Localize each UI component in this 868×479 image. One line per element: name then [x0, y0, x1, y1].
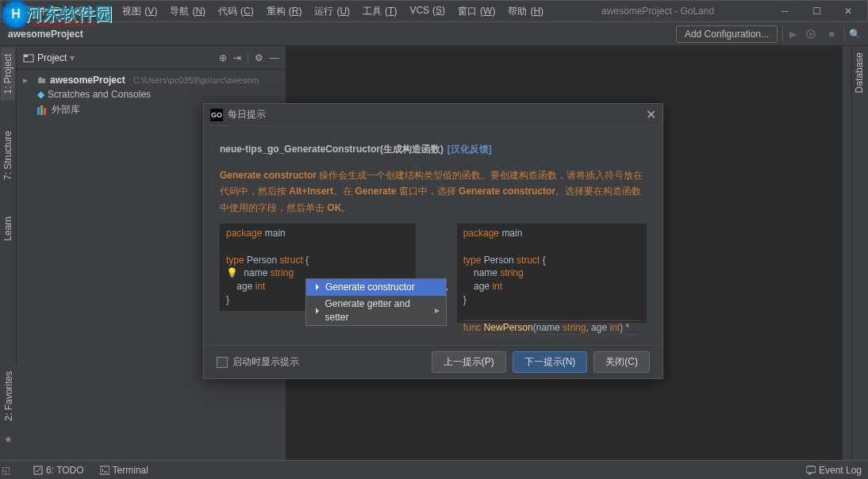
checkbox-box [217, 357, 228, 368]
code-after: package main type Person struct { name s… [457, 224, 647, 323]
watermark-domain: www.pc0359.cn [33, 19, 94, 29]
tab-project[interactable]: 1: Project [1, 48, 15, 101]
menu-code[interactable]: 代码(C) [212, 5, 257, 18]
folder-icon: 🖿 [37, 75, 47, 86]
checklist-icon [33, 466, 43, 475]
add-configuration-button[interactable]: Add Configuration... [676, 25, 778, 43]
menu-help[interactable]: 帮助(H) [501, 5, 547, 18]
menu-generate-getset[interactable]: Generate getter and setter ▸ [306, 296, 446, 326]
prev-tip-button[interactable]: 上一提示(P) [432, 351, 506, 373]
scratches-icon: ◆ [37, 89, 44, 100]
tree-root[interactable]: ▸ 🖿 awesomeProject C:\Users\pc0359\go\sr… [17, 73, 286, 87]
svg-rect-5 [40, 105, 43, 115]
todo-button[interactable]: 6: TODO [33, 465, 84, 476]
debug-icon[interactable] [803, 26, 819, 42]
svg-rect-6 [44, 108, 46, 115]
watermark: H 河东软件园 www.pc0359.cn [2, 0, 113, 29]
tab-structure[interactable]: 7: Structure [1, 125, 15, 186]
menu-view[interactable]: 视图(V) [116, 5, 160, 18]
corner-icon[interactable]: ◱ [2, 465, 14, 477]
svg-rect-8 [100, 466, 109, 474]
svg-rect-9 [806, 466, 816, 473]
bulb-icon: 💡 [226, 267, 238, 278]
search-icon[interactable]: 🔍 [844, 26, 860, 42]
gear-icon[interactable]: ⚙ [255, 52, 263, 63]
getset-icon [313, 307, 321, 315]
tree-scratches[interactable]: ◆ Scratches and Consoles [17, 87, 286, 102]
chevron-right-icon: ▸ [23, 75, 34, 86]
project-panel-title[interactable]: Project ▾ [23, 52, 75, 63]
chat-icon [806, 466, 816, 475]
star-icon[interactable]: ★ [4, 434, 13, 445]
generate-menu: Generate constructor Generate getter and… [305, 278, 447, 326]
next-tip-button[interactable]: 下一提示(N) [513, 351, 588, 373]
tip-of-day-dialog: GO 每日提示 ✕ neue-tips_go_GenerateConstruct… [203, 103, 663, 379]
event-log-button[interactable]: Event Log [806, 465, 862, 476]
window-title: awesomeProject - GoLand [547, 6, 769, 17]
constructor-icon [313, 283, 322, 291]
tab-database[interactable]: Database [852, 46, 866, 99]
tab-learn[interactable]: Learn [1, 210, 15, 247]
close-window-button[interactable]: ✕ [832, 0, 864, 22]
app-icon: GO [210, 109, 223, 121]
code-before: package main type Person struct { 💡 name… [220, 224, 416, 311]
terminal-icon [100, 466, 109, 475]
menu-navigate[interactable]: 导航(N) [163, 5, 209, 18]
dialog-title: 每日提示 [228, 108, 266, 121]
titlebar: GO 文件(F) 编辑(E) 视图(V) 导航(N) 代码(C) 重构(R) 运… [0, 0, 868, 22]
target-icon[interactable]: ⊕ [219, 52, 227, 63]
dialog-close-button[interactable]: ✕ [646, 107, 656, 122]
editor-scrollbar[interactable] [842, 46, 851, 460]
maximize-button[interactable]: ☐ [801, 0, 832, 22]
tip-description: Generate constructor 操作会生成一个创建结构类型值的函数。要… [220, 167, 647, 216]
tip-heading: neue-tips_go_GenerateConstructor(生成构造函数)… [220, 139, 647, 158]
chevron-right-icon: ▸ [435, 304, 440, 317]
hide-icon[interactable]: — [270, 52, 279, 63]
svg-rect-4 [37, 107, 40, 115]
svg-point-1 [809, 33, 812, 36]
toolbar: awesomeProject Add Configuration... ▶ ■ … [0, 22, 868, 46]
terminal-button[interactable]: Terminal [100, 465, 148, 476]
menu-refactor[interactable]: 重构(R) [260, 5, 305, 18]
show-on-startup-checkbox[interactable]: 启动时显示提示 [217, 355, 299, 369]
menu-window[interactable]: 窗口(W) [451, 5, 498, 18]
run-icon[interactable]: ▶ [782, 26, 798, 42]
svg-rect-3 [24, 55, 28, 57]
library-icon [37, 105, 48, 115]
close-button[interactable]: 关闭(C) [593, 351, 650, 373]
right-tool-gutter: Database [851, 46, 868, 460]
project-icon [23, 52, 34, 63]
feedback-link[interactable]: [汉化反馈] [447, 144, 492, 155]
menu-run[interactable]: 运行(U) [308, 5, 353, 18]
stop-icon[interactable]: ■ [824, 26, 839, 42]
bottombar: ◱ 6: TODO Terminal Event Log [0, 460, 868, 479]
checkbox-label: 启动时显示提示 [232, 355, 299, 369]
breadcrumb-root[interactable]: awesomeProject [8, 29, 83, 40]
collapse-icon[interactable]: ⇥ [233, 52, 241, 63]
menu-vcs[interactable]: VCS(S) [403, 5, 448, 18]
menu-tools[interactable]: 工具(T) [356, 5, 400, 18]
minimize-button[interactable]: ─ [769, 0, 801, 22]
tab-favorites[interactable]: 2: Favorites [2, 365, 16, 427]
menu-generate-constructor[interactable]: Generate constructor [306, 279, 446, 296]
